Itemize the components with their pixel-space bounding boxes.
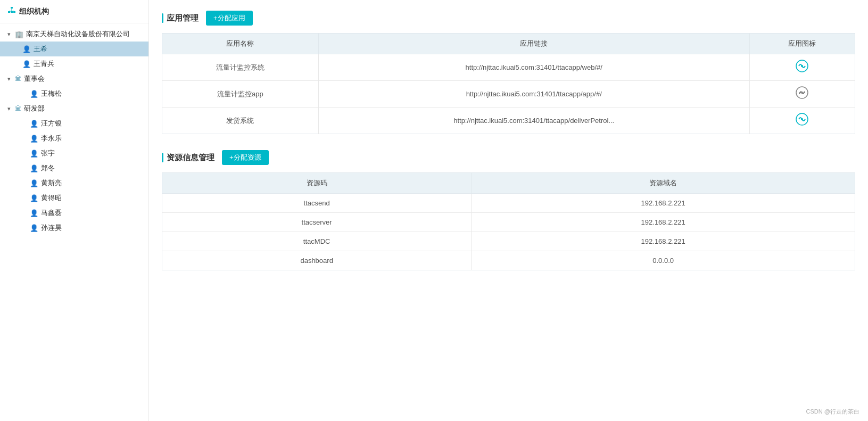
label-wang-xi: 王希 [34,44,47,54]
resource-domain-2: 192.168.2.221 [472,213,855,232]
label-wang-qingbing: 王青兵 [34,59,54,69]
svg-rect-0 [11,7,13,9]
sidebar-item-wang-qingbing[interactable]: 👤 王青兵 [0,56,148,71]
resource-domain-1: 192.168.2.221 [472,194,855,213]
app-link-1[interactable]: http://njttac.ikuai5.com:31401/ttacapp/w… [318,54,749,81]
toggle-dongshihui[interactable]: ▾ [7,76,15,82]
sidebar-title-text: 组织机构 [19,7,49,16]
person-icon-wang-qingbing: 👤 [22,60,31,68]
resource-domain-3: 192.168.2.221 [472,232,855,251]
app-name-2: 流量计监控app [162,81,319,108]
dept-icon-dongshihui: 🏛 [15,75,21,82]
resource-code-1: ttacsend [162,194,472,213]
resource-table: 资源码 资源域名 ttacsend 192.168.2.221 ttacserv… [162,172,855,270]
resource-row-4: dashboard 0.0.0.0 [162,251,855,270]
svg-point-11 [801,118,803,120]
resource-code-4: dashboard [162,251,472,270]
label-huang-dezhao: 黄得昭 [41,193,62,203]
app-icon-1 [749,54,855,81]
resource-section-title: 资源信息管理 [162,153,214,163]
app-icon-3 [749,108,855,134]
resource-code-3: ttacMDC [162,232,472,251]
label-wang-fangyin: 汪方银 [41,119,62,128]
col-app-link: 应用链接 [318,34,749,54]
resource-domain-4: 0.0.0.0 [472,251,855,270]
sidebar-item-dongshihui[interactable]: ▾ 🏛 董事会 [0,71,148,86]
sidebar-item-wang-xi[interactable]: 👤 王希 [0,42,148,56]
app-link-2[interactable]: http://njttac.ikuai5.com:31401/ttacapp/a… [318,81,749,108]
resource-section-header: 资源信息管理 +分配资源 [162,150,855,165]
person-icon-wang-xi: 👤 [22,45,31,53]
label-zhang-yu: 张宇 [41,148,55,158]
app-name-1: 流量计监控系统 [162,54,319,81]
company-icon: 🏢 [15,30,23,38]
toggle-company[interactable]: ▾ [7,31,15,38]
app-title-text: 应用管理 [167,13,199,23]
sidebar-item-sun-lianhao[interactable]: 👤 孙连昊 [0,220,148,235]
resource-row-1: ttacsend 192.168.2.221 [162,194,855,213]
org-icon [7,6,16,16]
svg-point-7 [801,65,803,67]
label-sun-lianhao: 孙连昊 [41,223,62,233]
sidebar-item-zhang-yu[interactable]: 👤 张宇 [0,146,148,161]
resource-code-2: ttacserver [162,213,472,232]
label-ma-xinlei: 马鑫磊 [41,208,62,218]
label-li-yongle: 李永乐 [41,134,62,143]
company-name: 南京天梯自动化设备股份有限公司 [26,29,130,39]
sidebar-item-yanfabu[interactable]: ▾ 🏛 研发部 [0,101,148,116]
resource-table-header: 资源码 资源域名 [162,173,855,194]
person-icon-huang-siliang: 👤 [30,179,38,187]
watermark: CSDN @行走的茶白 [806,408,859,416]
person-icon-ma-xinlei: 👤 [30,209,38,217]
title-bar-app [162,13,163,23]
app-row-1: 流量计监控系统 http://njttac.ikuai5.com:31401/t… [162,54,855,81]
resource-title-text: 资源信息管理 [167,153,214,163]
label-zheng-dong: 郑冬 [41,163,55,173]
label-yanfabu: 研发部 [24,104,45,113]
resource-section: 资源信息管理 +分配资源 资源码 资源域名 ttacsend 192.168.2… [162,150,855,270]
add-app-button[interactable]: +分配应用 [206,11,253,26]
sidebar-item-huang-dezhao[interactable]: 👤 黄得昭 [0,191,148,205]
label-huang-siliang: 黄斯亮 [41,178,62,188]
sidebar-item-wang-meisong[interactable]: 👤 王梅松 [0,86,148,101]
app-name-3: 发货系统 [162,108,319,134]
resource-row-3: ttacMDC 192.168.2.221 [162,232,855,251]
app-table: 应用名称 应用链接 应用图标 流量计监控系统 http://njttac.iku… [162,33,855,134]
person-icon-sun-lianhao: 👤 [30,224,38,232]
person-icon-wang-fangyin: 👤 [30,120,38,128]
app-row-2: 流量计监控app http://njttac.ikuai5.com:31401/… [162,81,855,108]
company-node[interactable]: ▾ 🏢 南京天梯自动化设备股份有限公司 [0,27,148,42]
label-wang-meisong: 王梅松 [41,89,62,98]
person-icon-zheng-dong: 👤 [30,164,38,172]
add-resource-button[interactable]: +分配资源 [222,150,269,165]
dept-icon-yanfabu: 🏛 [15,105,21,112]
person-icon-wang-meisong: 👤 [30,90,38,98]
person-icon-zhang-yu: 👤 [30,150,38,158]
svg-point-9 [801,92,803,94]
main-content: 应用管理 +分配应用 应用名称 应用链接 应用图标 流量计监控系统 http:/… [149,0,868,421]
col-resource-code: 资源码 [162,173,472,194]
sidebar-item-huang-siliang[interactable]: 👤 黄斯亮 [0,176,148,191]
sidebar-item-wang-fangyin[interactable]: 👤 汪方银 [0,116,148,131]
app-section: 应用管理 +分配应用 应用名称 应用链接 应用图标 流量计监控系统 http:/… [162,11,855,134]
app-link-3[interactable]: http://njttac.ikuai5.com:31401/ttacapp/d… [318,108,749,134]
app-section-title: 应用管理 [162,13,199,23]
sidebar-item-li-yongle[interactable]: 👤 李永乐 [0,131,148,146]
label-dongshihui: 董事会 [24,74,45,84]
col-app-icon: 应用图标 [749,34,855,54]
col-resource-domain: 资源域名 [472,173,855,194]
sidebar-item-zheng-dong[interactable]: 👤 郑冬 [0,161,148,176]
sidebar: 组织机构 ▾ 🏢 南京天梯自动化设备股份有限公司 👤 王希 👤 王青兵 ▾ 🏛 [0,0,149,421]
app-table-header: 应用名称 应用链接 应用图标 [162,34,855,54]
sidebar-item-ma-xinlei[interactable]: 👤 马鑫磊 [0,205,148,220]
toggle-yanfabu[interactable]: ▾ [7,105,15,112]
resource-row-2: ttacserver 192.168.2.221 [162,213,855,232]
app-row-3: 发货系统 http://njttac.ikuai5.com:31401/ttac… [162,108,855,134]
sidebar-title: 组织机构 [0,0,148,23]
person-icon-huang-dezhao: 👤 [30,194,38,202]
app-icon-2 [749,81,855,108]
org-tree: ▾ 🏢 南京天梯自动化设备股份有限公司 👤 王希 👤 王青兵 ▾ 🏛 董事会 [0,23,148,238]
title-bar-resource [162,153,163,162]
col-app-name: 应用名称 [162,34,319,54]
app-section-header: 应用管理 +分配应用 [162,11,855,26]
